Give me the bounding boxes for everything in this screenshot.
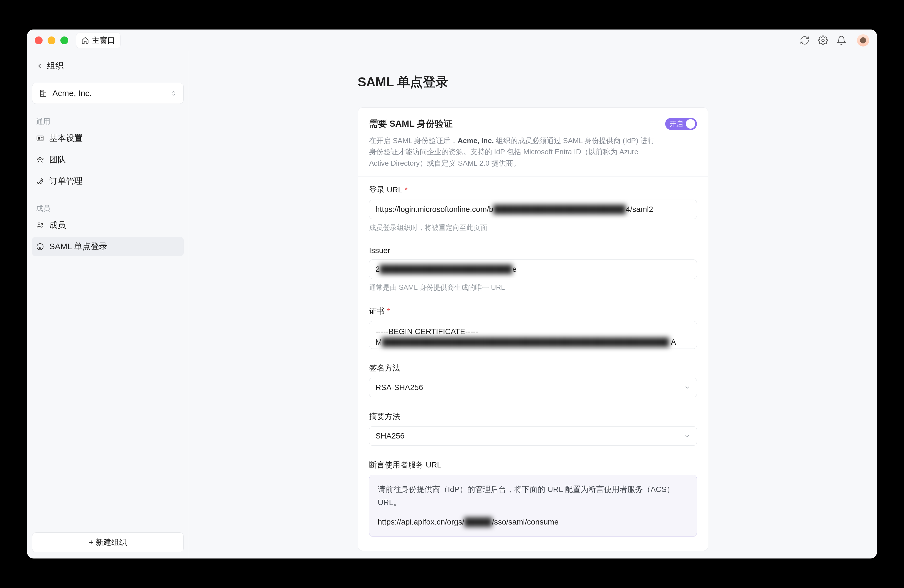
digest-method-value: SHA256 <box>375 432 405 441</box>
window-close-button[interactable] <box>35 36 43 44</box>
chevron-down-icon <box>684 433 691 439</box>
org-selector[interactable]: Acme, Inc. <box>32 83 184 104</box>
new-org-button[interactable]: + 新建组织 <box>32 532 184 552</box>
sig-method-field: 签名方法 RSA-SHA256 <box>369 363 697 397</box>
titlebar: 主窗口 <box>27 30 877 51</box>
section-general-label: 通用 <box>32 117 184 126</box>
svg-point-8 <box>41 180 41 180</box>
svg-rect-1 <box>40 90 44 96</box>
svg-point-10 <box>41 223 43 225</box>
cert-field: 证书 * -----BEGIN CERTIFICATE----- M██████… <box>369 306 697 349</box>
svg-point-9 <box>38 223 40 225</box>
window-minimize-button[interactable] <box>47 36 55 44</box>
acs-url-label: 断言使用者服务 URL <box>369 460 441 470</box>
building-icon <box>39 89 47 98</box>
svg-point-0 <box>822 39 824 42</box>
settings-icon[interactable] <box>818 35 828 45</box>
required-mark: * <box>405 185 408 194</box>
saml-card: 需要 SAML 身份验证 在开启 SAML 身份验证后，Acme, Inc. 组… <box>358 107 708 551</box>
sidebar-item-basic[interactable]: 基本设置 <box>32 129 184 148</box>
sidebar: 组织 Acme, Inc. 通用 基本设置 团队 订单管理 成员 <box>27 51 189 558</box>
updown-icon <box>171 89 177 98</box>
refresh-icon[interactable] <box>800 35 810 45</box>
main-content: SAML 单点登录 需要 SAML 身份验证 在开启 SAML 身份验证后，Ac… <box>189 51 877 558</box>
sidebar-item-label: 订单管理 <box>49 175 83 187</box>
app-window: 主窗口 组织 Acme, Inc. 通用 <box>27 30 877 558</box>
card-body: 登录 URL * https://login.microsoftonline.c… <box>358 177 708 551</box>
svg-rect-3 <box>37 136 43 141</box>
window-zoom-button[interactable] <box>60 36 68 44</box>
main-window-chip[interactable]: 主窗口 <box>76 33 120 48</box>
issuer-help: 通常是由 SAML 身份提供商生成的唯一 URL <box>369 283 697 292</box>
sig-method-label: 签名方法 <box>369 363 400 373</box>
chevron-left-icon <box>36 62 43 70</box>
sidebar-item-saml[interactable]: SAML 单点登录 <box>32 237 184 256</box>
back-to-orgs[interactable]: 组织 <box>32 57 184 74</box>
saml-toggle[interactable]: 开启 <box>665 118 697 130</box>
org-name: Acme, Inc. <box>52 89 166 98</box>
svg-point-11 <box>37 243 43 250</box>
login-url-label: 登录 URL <box>369 185 403 195</box>
sidebar-item-label: 基本设置 <box>49 133 83 144</box>
login-url-input[interactable]: https://login.microsoftonline.com/b█████… <box>369 200 697 219</box>
toggle-knob <box>686 119 695 129</box>
acs-url-value: https://api.apifox.cn/orgs/█████/sso/sam… <box>378 515 688 529</box>
users-icon <box>36 221 44 229</box>
toggle-label: 开启 <box>670 119 683 128</box>
svg-point-4 <box>38 137 40 139</box>
require-saml-title: 需要 SAML 身份验证 <box>369 118 657 130</box>
issuer-label: Issuer <box>369 246 390 255</box>
shield-lock-icon <box>36 242 44 251</box>
sig-method-value: RSA-SHA256 <box>375 383 423 392</box>
sig-method-select[interactable]: RSA-SHA256 <box>369 378 697 397</box>
home-icon <box>81 36 89 44</box>
digest-method-label: 摘要方法 <box>369 411 400 422</box>
svg-rect-2 <box>44 92 46 96</box>
svg-point-7 <box>42 158 43 159</box>
main-window-label: 主窗口 <box>92 35 115 46</box>
svg-point-6 <box>37 158 38 159</box>
page-title: SAML 单点登录 <box>358 74 708 91</box>
digest-method-field: 摘要方法 SHA256 <box>369 411 697 446</box>
back-label: 组织 <box>47 60 64 71</box>
section-members-label: 成员 <box>32 204 184 213</box>
card-header: 需要 SAML 身份验证 在开启 SAML 身份验证后，Acme, Inc. 组… <box>358 108 708 177</box>
acs-url-field: 断言使用者服务 URL 请前往身份提供商（IdP）的管理后台，将下面的 URL … <box>369 460 697 537</box>
sidebar-item-members[interactable]: 成员 <box>32 215 184 235</box>
sidebar-item-label: SAML 单点登录 <box>49 241 107 252</box>
user-avatar[interactable] <box>857 34 869 46</box>
svg-point-5 <box>39 157 41 160</box>
rocket-icon <box>36 177 44 185</box>
avatar-face <box>860 37 866 43</box>
digest-method-select[interactable]: SHA256 <box>369 426 697 446</box>
issuer-input[interactable]: 2████████████████████████e <box>369 259 697 279</box>
login-url-field: 登录 URL * https://login.microsoftonline.c… <box>369 185 697 232</box>
login-url-help: 成员登录组织时，将被重定向至此页面 <box>369 223 697 232</box>
team-icon <box>36 156 44 164</box>
traffic-lights <box>35 36 68 44</box>
bell-icon[interactable] <box>836 35 846 45</box>
require-saml-desc: 在开启 SAML 身份验证后，Acme, Inc. 组织的成员必须通过 SAML… <box>369 135 657 169</box>
sidebar-item-team[interactable]: 团队 <box>32 150 184 169</box>
sidebar-item-label: 成员 <box>49 220 66 231</box>
cert-label: 证书 <box>369 306 385 316</box>
sidebar-item-orders[interactable]: 订单管理 <box>32 172 184 191</box>
required-mark: * <box>387 307 390 316</box>
titlebar-actions <box>800 34 869 46</box>
chevron-down-icon <box>684 384 691 391</box>
sidebar-item-label: 团队 <box>49 154 66 165</box>
cert-textarea[interactable]: -----BEGIN CERTIFICATE----- M███████████… <box>369 321 697 349</box>
acs-info-box: 请前往身份提供商（IdP）的管理后台，将下面的 URL 配置为断言使用者服务（A… <box>369 475 697 537</box>
issuer-field: Issuer 2████████████████████████e 通常是由 S… <box>369 246 697 292</box>
acs-info-text: 请前往身份提供商（IdP）的管理后台，将下面的 URL 配置为断言使用者服务（A… <box>378 483 688 509</box>
id-card-icon <box>36 134 44 142</box>
